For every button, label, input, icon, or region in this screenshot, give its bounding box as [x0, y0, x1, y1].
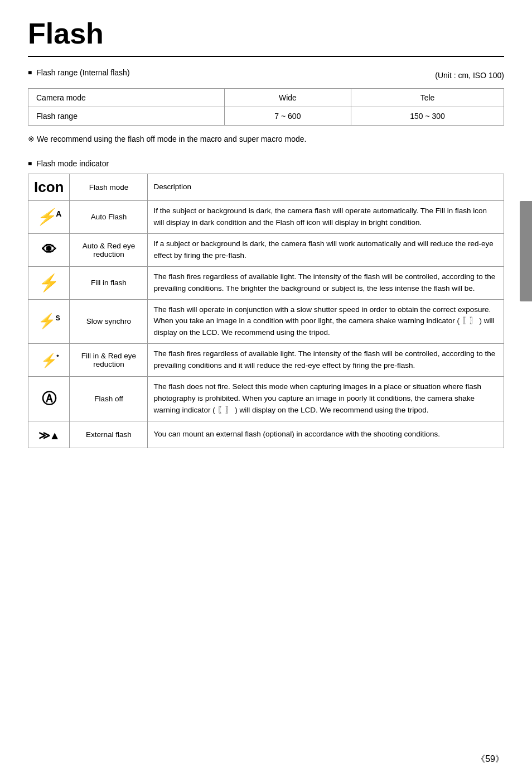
table-row: ≫▲ External flash You can mount an exter…	[28, 421, 504, 448]
mode-fill-flash: Fill in flash	[70, 266, 148, 299]
icon-slow-synchro: ⚡S	[28, 299, 70, 344]
mode-fill-redeye: Fill in & Red eye reduction	[70, 344, 148, 377]
table-row: ⚡S Slow synchro The flash will operate i…	[28, 299, 504, 344]
page-number: 《59》	[476, 754, 504, 765]
desc-slow-synchro: The flash will operate in conjunction wi…	[148, 299, 504, 344]
table-row: ⚡ Fill in flash The flash fires regardle…	[28, 266, 504, 299]
col-wide: Wide	[224, 89, 351, 107]
icon-red-eye: 👁︎	[28, 233, 70, 266]
icon-fill-flash: ⚡	[28, 266, 70, 299]
table-row: 👁︎ Auto & Red eye reduction If a subject…	[28, 233, 504, 266]
recommendation-note: ※ We recommend using the flash off mode …	[28, 135, 504, 143]
icon-auto-flash: ⚡A	[28, 201, 70, 234]
desc-red-eye: If a subject or background is dark, the …	[148, 233, 504, 266]
thead-icon: Icon	[28, 174, 70, 201]
desc-external-flash: You can mount an external flash (optiona…	[148, 421, 504, 448]
row-flash-range-wide: 7 ~ 600	[224, 107, 351, 126]
mode-red-eye: Auto & Red eye reduction	[70, 233, 148, 266]
table-row: ⚡⚬ Fill in & Red eye reduction The flash…	[28, 344, 504, 377]
desc-fill-flash: The flash fires regardless of available …	[148, 266, 504, 299]
flash-range-table: Camera mode Wide Tele Flash range 7 ~ 60…	[28, 88, 504, 126]
icon-external-flash: ≫▲	[28, 421, 70, 448]
unit-note: (Unit : cm, ISO 100)	[435, 71, 504, 80]
col-camera-mode: Camera mode	[28, 89, 225, 107]
mode-auto-flash: Auto Flash	[70, 201, 148, 234]
mode-flash-off: Flash off	[70, 377, 148, 421]
flash-mode-table: Icon Flash mode Description ⚡A Auto Flas…	[28, 174, 504, 448]
row-flash-range-tele: 150 ~ 300	[351, 107, 504, 126]
page-title: Flash	[28, 17, 504, 57]
thead-mode: Flash mode	[70, 174, 148, 201]
table-row: Ⓐ Flash off The flash does not fire. Sel…	[28, 377, 504, 421]
desc-fill-redeye: The flash fires regardless of available …	[148, 344, 504, 377]
mode-external-flash: External flash	[70, 421, 148, 448]
table-row: ⚡A Auto Flash If the subject or backgrou…	[28, 201, 504, 234]
desc-auto-flash: If the subject or background is dark, th…	[148, 201, 504, 234]
flash-mode-label: Flash mode indicator	[28, 159, 504, 168]
icon-fill-redeye: ⚡⚬	[28, 344, 70, 377]
icon-flash-off: Ⓐ	[28, 377, 70, 421]
mode-slow-synchro: Slow synchro	[70, 299, 148, 344]
note-text: ※ We recommend using the flash off mode …	[28, 135, 306, 143]
flash-range-label: Flash range (Internal flash)	[28, 68, 130, 77]
side-tab	[520, 201, 532, 301]
row-flash-range-label: Flash range	[28, 107, 225, 126]
desc-flash-off: The flash does not fire. Select this mod…	[148, 377, 504, 421]
col-tele: Tele	[351, 89, 504, 107]
thead-desc: Description	[148, 174, 504, 201]
